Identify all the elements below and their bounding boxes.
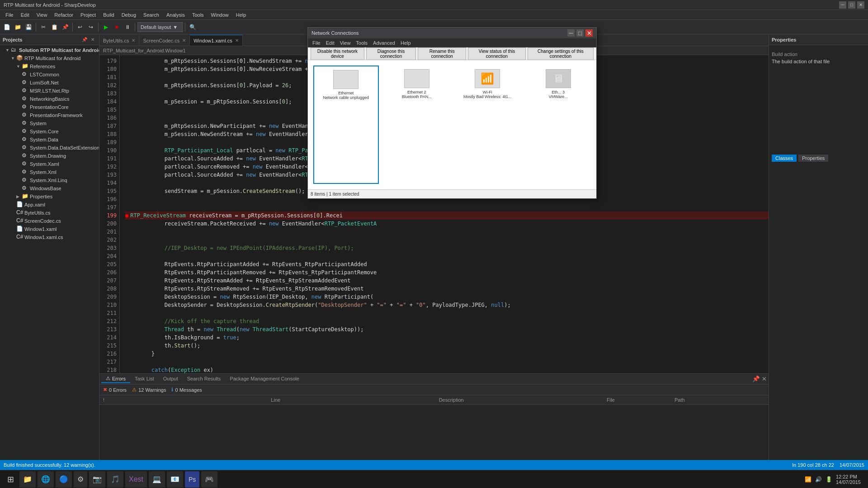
stop-button[interactable]: ■ bbox=[112, 22, 122, 32]
taskbar-file-explorer[interactable]: 📁 bbox=[19, 471, 36, 488]
tab-byteutils[interactable]: ByteUtils.cs ✕ bbox=[99, 35, 139, 46]
ref-prescore[interactable]: ⚙ PresentationCore bbox=[0, 103, 99, 111]
ref-systemxmllinq[interactable]: ⚙ System.Xml.Linq bbox=[0, 176, 99, 184]
menu-analysis[interactable]: Analysis bbox=[163, 11, 189, 19]
open-file-button[interactable]: 📁 bbox=[13, 22, 23, 32]
menu-project[interactable]: Project bbox=[77, 11, 99, 19]
properties-folder[interactable]: ▶ 📁 Properties bbox=[0, 192, 99, 201]
copy-button[interactable]: 📋 bbox=[49, 22, 59, 32]
ref-systemdata[interactable]: ⚙ System.Data bbox=[0, 136, 99, 144]
file-byteutils[interactable]: C# ByteUtils.cs bbox=[0, 209, 99, 217]
tab-window1cs[interactable]: Window1.xaml.cs ✕ bbox=[190, 35, 243, 46]
tab-window1cs-close[interactable]: ✕ bbox=[235, 38, 239, 43]
messages-filter[interactable]: ℹ 0 Messages bbox=[171, 387, 202, 393]
file-window1xaml[interactable]: 📄 Window1.xaml bbox=[0, 225, 99, 233]
panel-close[interactable]: ✕ bbox=[89, 36, 96, 43]
references-folder[interactable]: ▼ 📁 References bbox=[0, 62, 99, 70]
taskbar-start[interactable]: ⊞ bbox=[4, 471, 18, 488]
taskbar-app5[interactable]: 📧 bbox=[167, 471, 183, 488]
taskbar-app2[interactable]: 🎵 bbox=[107, 471, 123, 488]
overlay-maximize[interactable]: □ bbox=[576, 29, 584, 37]
bottom-panel-pin[interactable]: 📌 bbox=[752, 375, 760, 382]
file-window1cs[interactable]: C# Window1.xaml.cs bbox=[0, 233, 99, 241]
save-button[interactable]: 💾 bbox=[24, 22, 33, 32]
menu-window[interactable]: Window bbox=[208, 11, 232, 19]
ref-systemdrawing[interactable]: ⚙ System.Drawing bbox=[0, 152, 99, 160]
menu-debug[interactable]: Debug bbox=[118, 11, 140, 19]
maximize-button[interactable]: □ bbox=[848, 1, 855, 9]
ref-windowsbase[interactable]: ⚙ WindowsBase bbox=[0, 184, 99, 192]
cut-button[interactable]: ✂ bbox=[38, 22, 48, 32]
network-item-eth3[interactable]: 🖥 Eth... 3VMWare... bbox=[526, 66, 591, 184]
network-item-ethernet[interactable]: 🖥 EthernetNetwork cable unplugged bbox=[313, 66, 379, 184]
tab-properties[interactable]: Properties bbox=[798, 155, 828, 162]
menu-view[interactable]: View bbox=[33, 11, 51, 19]
close-button[interactable]: ✕ bbox=[857, 1, 864, 9]
undo-button[interactable]: ↩ bbox=[75, 22, 85, 32]
network-item-ethernet2[interactable]: 🖥 Ethernet 2Bluetooth PAN... bbox=[384, 66, 450, 184]
overlay-close[interactable]: ✕ bbox=[585, 29, 593, 37]
project-item[interactable]: ▼ 📦 RTP Multicast for Android bbox=[0, 54, 99, 62]
overlay-menu-help[interactable]: Help bbox=[398, 40, 414, 46]
overlay-menu-file[interactable]: File bbox=[310, 40, 323, 46]
menu-refactor[interactable]: Refactor bbox=[51, 11, 77, 19]
redo-button[interactable]: ↪ bbox=[86, 22, 96, 32]
taskbar-edge[interactable]: 🌐 bbox=[38, 471, 54, 488]
file-appxaml[interactable]: 📄 App.xaml bbox=[0, 201, 99, 209]
ref-systemdataext[interactable]: ⚙ System.Data.DataSetExtensions bbox=[0, 144, 99, 152]
overlay-menu-tools[interactable]: Tools bbox=[353, 40, 370, 46]
overlay-status-btn[interactable]: View status of this connection bbox=[468, 47, 526, 60]
tab-byteutils-close[interactable]: ✕ bbox=[132, 38, 135, 43]
ref-systemcore[interactable]: ⚙ System.Core bbox=[0, 127, 99, 136]
tab-screencodec-close[interactable]: ✕ bbox=[182, 38, 186, 43]
ref-lumisoft[interactable]: ⚙ LumiSoft.Net bbox=[0, 79, 99, 87]
ref-systemxml[interactable]: ⚙ System.Xml bbox=[0, 168, 99, 176]
taskbar-app3[interactable]: Xest bbox=[125, 471, 147, 488]
menu-build[interactable]: Build bbox=[99, 11, 118, 19]
ref-presframework[interactable]: ⚙ PresentationFramework bbox=[0, 111, 99, 119]
search-button[interactable]: 🔍 bbox=[188, 22, 198, 32]
ref-system[interactable]: ⚙ System bbox=[0, 119, 99, 127]
tab-tasklist[interactable]: Task List bbox=[130, 375, 159, 383]
new-file-button[interactable]: 📄 bbox=[2, 22, 12, 32]
overlay-rename-btn[interactable]: Rename this connection bbox=[418, 47, 466, 60]
overlay-menu-view[interactable]: View bbox=[337, 40, 354, 46]
taskbar-app1[interactable]: 📷 bbox=[89, 471, 105, 488]
file-screencodec[interactable]: C# ScreenCodec.cs bbox=[0, 217, 99, 225]
menu-help[interactable]: Help bbox=[232, 11, 250, 19]
overlay-disable-btn[interactable]: Disable this network device bbox=[311, 47, 364, 60]
errors-filter[interactable]: ✖ 0 Errors bbox=[103, 387, 127, 393]
taskbar-settings[interactable]: ⚙ bbox=[74, 471, 87, 488]
menu-tools[interactable]: Tools bbox=[189, 11, 208, 19]
network-item-wifi[interactable]: 📶 Wi-FiMostly Bad Wireless: 4t1... bbox=[455, 66, 520, 184]
overlay-menu-advanced[interactable]: Advanced bbox=[370, 40, 398, 46]
tab-screencodec[interactable]: ScreenCodec.cs ✕ bbox=[139, 35, 190, 46]
run-button[interactable]: ▶ bbox=[101, 22, 111, 32]
menu-edit[interactable]: Edit bbox=[17, 11, 33, 19]
tab-classes[interactable]: Classes bbox=[772, 155, 797, 162]
panel-pin[interactable]: 📌 bbox=[81, 36, 88, 43]
ref-msr[interactable]: ⚙ MSR.LST.Net.Rtp bbox=[0, 87, 99, 95]
menu-search[interactable]: Search bbox=[140, 11, 163, 19]
paste-button[interactable]: 📌 bbox=[60, 22, 70, 32]
ref-networking[interactable]: ⚙ NetworkingBasics bbox=[0, 95, 99, 103]
tab-errors[interactable]: ⚠ Errors bbox=[101, 375, 130, 383]
warnings-filter[interactable]: ⚠ 12 Warnings bbox=[132, 387, 166, 393]
taskbar-app6[interactable]: 🎮 bbox=[201, 471, 217, 488]
overlay-minimize[interactable]: ─ bbox=[567, 29, 575, 37]
taskbar-ps[interactable]: Ps bbox=[185, 471, 199, 488]
overlay-settings-btn[interactable]: Change settings of this connection bbox=[528, 47, 594, 60]
overlay-diagnose-btn[interactable]: Diagnose this connection bbox=[366, 47, 416, 60]
taskbar-app4[interactable]: 💻 bbox=[149, 471, 165, 488]
tab-output[interactable]: Output bbox=[159, 375, 183, 383]
menu-file[interactable]: File bbox=[2, 11, 17, 19]
ref-lstcommon[interactable]: ⚙ LSTCommon bbox=[0, 70, 99, 79]
tab-search-results[interactable]: Search Results bbox=[183, 375, 226, 383]
pause-button[interactable]: ⏸ bbox=[123, 22, 132, 32]
taskbar-chrome[interactable]: 🔵 bbox=[56, 471, 72, 488]
tab-package-console[interactable]: Package Management Console bbox=[225, 375, 303, 383]
layout-dropdown[interactable]: Default layout ▼ bbox=[137, 22, 183, 32]
minimize-button[interactable]: ─ bbox=[839, 1, 846, 9]
overlay-menu-edit[interactable]: Edit bbox=[323, 40, 337, 46]
bottom-panel-close[interactable]: ✕ bbox=[762, 375, 767, 382]
